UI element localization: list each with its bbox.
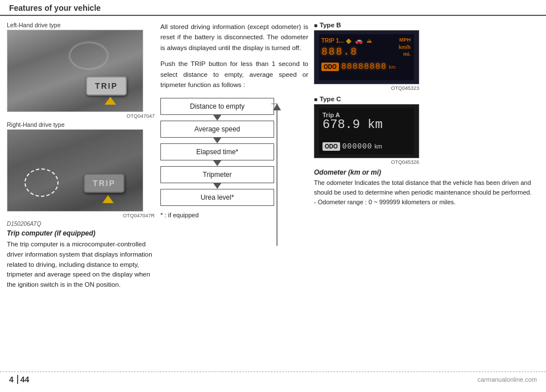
trip-button-1: TRIP <box>86 76 127 96</box>
flowchart-back-arrow <box>271 104 291 246</box>
mid-paragraph-2: Push the TRIP button for less than 1 sec… <box>160 59 308 90</box>
odometer-text: The odometer Indicates the total distanc… <box>314 178 539 207</box>
type-b-label: Type B <box>314 22 539 28</box>
caption-title: Trip computer (if equipped) <box>7 229 155 237</box>
fuel-icon-b: ⛰ <box>366 38 372 44</box>
flow-box-elapsed: Elapsed time* <box>160 143 274 160</box>
image2-label: Right-Hand drive type <box>7 121 155 128</box>
flow-box-distance: Distance to empty <box>160 98 274 115</box>
dashed-circle <box>24 168 59 197</box>
image1-code: OTQ047047 <box>7 113 155 119</box>
car-bg-2: TRIP <box>7 130 143 211</box>
page-section: 4 <box>9 375 18 384</box>
mph-label-b: MPHkm/hmi. <box>399 36 411 58</box>
type-c-display: Trip A 678.9 km ODO 000000 km <box>314 104 419 158</box>
mid-paragraph-1: All stored driving information (except o… <box>160 22 308 53</box>
caption-code: D150206ATQ <box>7 221 155 227</box>
trip-a-value-c: 678.9 km <box>322 118 411 132</box>
trip-text-b: TRIP 1... <box>321 38 344 44</box>
type-b-display: TRIP 1... ◆ 🚗 ⛰ MPHkm/hmi. 888.8 ODO 888… <box>314 30 419 84</box>
odo-digits-b: 88888888 <box>341 62 387 72</box>
image1-label: Left-Hand drive type <box>7 22 155 28</box>
type-b-top-row: TRIP 1... ◆ 🚗 ⛰ MPHkm/hmi. <box>321 36 412 45</box>
nav-diamond-b: ◆ <box>346 36 351 45</box>
type-c-code: OTQ045326 <box>314 159 419 165</box>
flow-arrow-4 <box>213 183 221 189</box>
flow-box-average: Average speed <box>160 121 274 138</box>
flow-box-tripmeter: Tripmeter <box>160 166 274 183</box>
odo-digits-c: 000000 <box>342 142 373 151</box>
type-c-inner: Trip A 678.9 km ODO 000000 km <box>319 108 414 154</box>
arrow-up-2 <box>102 195 114 203</box>
arrow-up-1 <box>105 97 116 105</box>
car-image-right-hand: TRIP <box>7 129 143 212</box>
odo-label-b: ODO <box>321 63 339 71</box>
trip-button-2: TRIP <box>84 174 125 193</box>
steering-wheel-hint-1b <box>68 40 110 71</box>
car-bg-1: TRIP <box>7 30 143 112</box>
flow-arrow-1 <box>213 115 221 121</box>
page-number: 44 <box>20 375 30 384</box>
car-icon-b: 🚗 <box>355 37 363 44</box>
right-column: Type B TRIP 1... ◆ 🚗 ⛰ MPHkm/hmi. 888.8 … <box>314 22 539 367</box>
flow-arrow-3 <box>213 160 221 166</box>
flowchart-wrapper: Distance to empty Average speed Elapsed … <box>160 96 274 206</box>
type-b-code: OTQ045323 <box>314 85 419 91</box>
main-content: Left-Hand drive type TRIP OTQ047047 Righ… <box>0 16 546 367</box>
caption-text: The trip computer is a microcomputer-con… <box>7 240 155 290</box>
mid-column: All stored driving information (except o… <box>160 22 308 367</box>
km-label-b: km <box>389 64 396 70</box>
flow-arrow-2 <box>213 138 221 143</box>
watermark: carmanualonline.com <box>477 376 537 383</box>
car-image-left-hand: TRIP <box>7 30 143 112</box>
type-c-label: Type C <box>314 96 539 102</box>
page-title: Features of your vehicle <box>9 3 101 13</box>
type-b-inner: TRIP 1... ◆ 🚗 ⛰ MPHkm/hmi. 888.8 ODO 888… <box>319 34 414 80</box>
odo-label-c: ODO <box>322 142 340 151</box>
page-number-box: 4 44 <box>9 375 29 384</box>
page-header: Features of your vehicle <box>0 0 546 16</box>
odometer-title: Odometer (km or mi) <box>314 168 539 176</box>
left-column: Left-Hand drive type TRIP OTQ047047 Righ… <box>7 22 155 367</box>
type-c-odo-row: ODO 000000 km <box>322 142 411 151</box>
flowchart: Distance to empty Average speed Elapsed … <box>160 98 274 206</box>
image2-code: OTQ047047R <box>7 213 155 218</box>
type-b-odo-row: ODO 88888888 km <box>321 62 412 72</box>
flow-box-urea: Urea level* <box>160 189 274 206</box>
km-label-c: km <box>375 143 382 150</box>
page-footer: 4 44 carmanualonline.com <box>0 372 546 387</box>
